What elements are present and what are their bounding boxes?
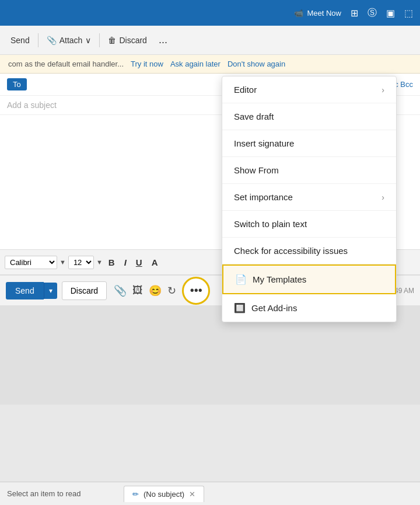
menu-item-label-editor: Editor <box>234 85 257 95</box>
menu-item-label-show-from: Show From <box>234 165 279 175</box>
menu-item-my-templates[interactable]: 📄My Templates <box>222 264 396 294</box>
status-bar: Select an item to read ✏ (No subject) ✕ <box>0 482 420 505</box>
send-bar-icons: 📎 🖼 😊 ↻ <box>114 284 176 297</box>
tab-label: (No subject) <box>144 490 184 499</box>
more-dots-icon: ... <box>159 34 167 46</box>
menu-item-left-set-importance: Set importance <box>234 192 293 202</box>
info-message: com as the default email handler... <box>8 60 124 68</box>
menu-item-left-check-accessibility: Check for accessibility issues <box>234 246 348 256</box>
status-left-text: Select an item to read <box>7 489 124 498</box>
subject-placeholder: Add a subject <box>7 100 57 110</box>
menu-item-switch-plain-text[interactable]: Switch to plain text <box>222 211 396 238</box>
menu-item-get-addins[interactable]: 🔲Get Add-ins <box>222 294 396 322</box>
discard-compose-button[interactable]: Discard <box>62 281 107 300</box>
dont-show-link[interactable]: Don't show again <box>228 60 285 68</box>
menu-item-label-my-templates: My Templates <box>253 274 306 284</box>
discard-toolbar-label: Discard <box>119 36 146 45</box>
send-button[interactable]: Send <box>6 33 34 48</box>
send-main-button[interactable]: Send <box>6 282 44 299</box>
try-it-link[interactable]: Try it now <box>131 60 163 68</box>
attach-button[interactable]: 📎 Attach ∨ <box>42 33 96 48</box>
template-icon: 📄 <box>235 274 247 285</box>
underline-button[interactable]: U <box>132 256 146 269</box>
font-select[interactable]: Calibri <box>5 256 57 269</box>
menu-item-left-get-addins: 🔲Get Add-ins <box>234 302 297 314</box>
menu-item-label-save-draft: Save draft <box>234 112 274 121</box>
separator-1 <box>38 33 38 47</box>
menu-item-check-accessibility[interactable]: Check for accessibility issues <box>222 238 396 264</box>
trash-icon: 🗑 <box>108 36 116 45</box>
menu-item-set-importance[interactable]: Set importance› <box>222 184 396 211</box>
font-size-select[interactable]: 12 <box>68 256 94 269</box>
menu-item-label-insert-signature: Insert signature <box>234 138 294 148</box>
menu-item-label-switch-plain-text: Switch to plain text <box>234 219 307 229</box>
send-split: Send ▾ <box>6 282 57 299</box>
menu-item-show-from[interactable]: Show From <box>222 157 396 184</box>
menu-item-left-show-from: Show From <box>234 165 279 175</box>
image-icon[interactable]: 🖼 <box>132 284 143 297</box>
menu-item-left-switch-plain-text: Switch to plain text <box>234 219 307 229</box>
info-bar: com as the default email handler... Try … <box>0 55 420 74</box>
send-arrow-button[interactable]: ▾ <box>44 283 57 299</box>
meet-now-item[interactable]: 📹 Meet Now <box>294 9 341 18</box>
skype-icon[interactable]: Ⓢ <box>368 7 377 19</box>
bold-icon: B <box>108 257 115 267</box>
to-button[interactable]: To <box>7 78 27 90</box>
underline-icon: U <box>136 257 142 267</box>
main-toolbar: Send 📎 Attach ∨ 🗑 Discard ... <box>0 26 420 55</box>
menu-item-insert-signature[interactable]: Insert signature <box>222 130 396 157</box>
send-label: Send <box>10 36 30 45</box>
menu-item-label-set-importance: Set importance <box>234 192 293 202</box>
italic-icon: I <box>124 257 127 267</box>
menu-item-left-editor: Editor <box>234 85 257 95</box>
attach-chevron-icon: ∨ <box>85 36 91 45</box>
title-bar: 📹 Meet Now ⊞ Ⓢ ▣ ⬚ <box>0 0 420 26</box>
font-chevron-icon: ▼ <box>60 259 66 266</box>
menu-item-left-insert-signature: Insert signature <box>234 138 294 148</box>
paperclip-icon: 📎 <box>47 36 57 45</box>
menu-item-save-draft[interactable]: Save draft <box>222 103 396 130</box>
bold-button[interactable]: B <box>105 256 118 269</box>
loop-icon[interactable]: ↻ <box>167 284 176 297</box>
more-compose-button[interactable]: ••• <box>182 277 210 305</box>
highlight-icon: A <box>152 257 158 267</box>
attach-label: Attach <box>60 36 83 45</box>
addins-icon: 🔲 <box>234 302 246 314</box>
layout-icon[interactable]: ▣ <box>386 8 395 19</box>
ask-later-link[interactable]: Ask again later <box>170 60 220 68</box>
more-options-button[interactable]: ... <box>154 32 172 48</box>
attach-compose-icon[interactable]: 📎 <box>114 284 127 297</box>
highlight-button[interactable]: A <box>148 256 162 269</box>
grid-icon[interactable]: ⊞ <box>351 8 358 19</box>
tab-close-icon[interactable]: ✕ <box>189 490 195 499</box>
video-icon: 📹 <box>294 9 303 18</box>
separator-2 <box>99 33 100 47</box>
italic-button[interactable]: I <box>121 256 130 269</box>
emoji-icon[interactable]: 😊 <box>149 284 162 297</box>
menu-item-label-check-accessibility: Check for accessibility issues <box>234 246 348 256</box>
chevron-right-icon-set-importance: › <box>382 193 384 202</box>
discard-toolbar-button[interactable]: 🗑 Discard <box>103 33 151 48</box>
menu-item-editor[interactable]: Editor› <box>222 76 396 103</box>
menu-item-left-my-templates: 📄My Templates <box>235 274 306 285</box>
edit-icon: ✏ <box>132 490 139 499</box>
size-chevron-icon: ▼ <box>96 259 103 266</box>
status-tab[interactable]: ✏ (No subject) ✕ <box>124 486 204 502</box>
menu-item-label-get-addins: Get Add-ins <box>251 303 297 313</box>
meet-now-label: Meet Now <box>307 9 341 18</box>
dropdown-menu: Editor›Save draftInsert signatureShow Fr… <box>222 76 397 322</box>
menu-item-left-save-draft: Save draft <box>234 112 274 121</box>
more-compose-dots-icon: ••• <box>190 284 202 297</box>
chevron-right-icon-editor: › <box>382 85 384 95</box>
remote-icon[interactable]: ⬚ <box>404 8 413 19</box>
